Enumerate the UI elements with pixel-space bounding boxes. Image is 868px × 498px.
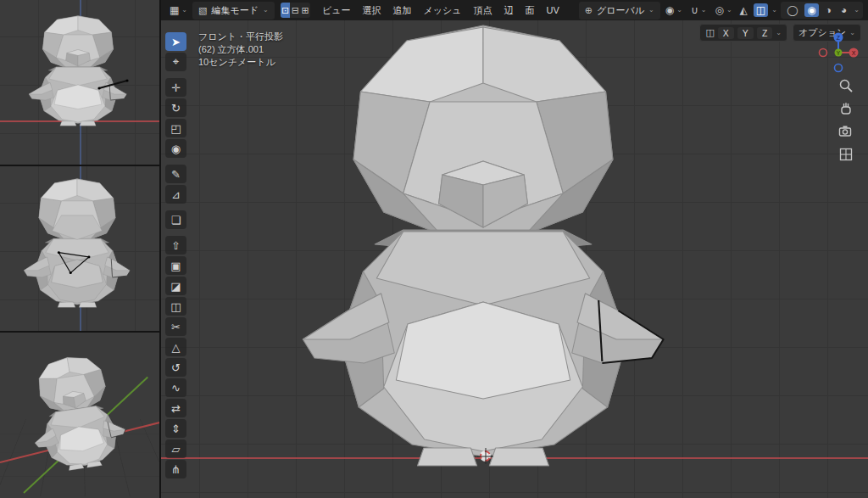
tweak-tool[interactable]: ➤ bbox=[165, 32, 186, 51]
menu-vertex[interactable]: 頂点 bbox=[467, 2, 498, 20]
viewport-front-small[interactable] bbox=[0, 0, 159, 166]
extrude-region-tool[interactable]: ⇧ bbox=[165, 236, 186, 255]
mirror-z-button[interactable]: Z bbox=[757, 27, 772, 39]
spin-tool[interactable]: ↺ bbox=[165, 358, 186, 377]
3d-cursor[interactable] bbox=[480, 450, 491, 462]
viewport-perspective-small[interactable] bbox=[0, 333, 159, 496]
chevron-down-icon[interactable]: ⌄ bbox=[776, 30, 782, 36]
editor-type-icon: ▦ bbox=[170, 5, 179, 15]
viewport-overlay-text: フロント・平行投影 (62) 立方体.001 10センチメートル bbox=[198, 31, 283, 69]
menu-mesh[interactable]: メッシュ bbox=[417, 2, 467, 20]
grid-scale-label: 10センチメートル bbox=[198, 56, 283, 69]
orientation-selector[interactable]: ⊕ グローバル ⌄ bbox=[579, 2, 660, 20]
shading-mode-group: ◯ ◉ ◑ ◕ ⌄ bbox=[781, 2, 863, 19]
add-cube-tool[interactable]: ❏ bbox=[165, 210, 186, 229]
rotate-tool[interactable]: ↻ bbox=[165, 98, 186, 117]
penguin-mesh[interactable] bbox=[22, 178, 132, 307]
knife-tool[interactable]: ✂ bbox=[165, 317, 186, 336]
xray-toggle-icon[interactable]: ◫ bbox=[754, 3, 768, 17]
main-area: ▦ ⌄ ▧ 編集モード ⌄ ⊡ ⊟ ⊞ ビュー 選択 追加 メッシュ 頂点 辺 … bbox=[161, 0, 868, 498]
mirror-axes-group: ◫ X Y Z ⌄ bbox=[699, 24, 787, 42]
edge-slide-tool[interactable]: ⇄ bbox=[165, 399, 186, 417]
pivot-point-button[interactable]: ◉ ⌄ bbox=[662, 3, 686, 17]
inset-faces-tool[interactable]: ▣ bbox=[165, 256, 186, 275]
penguin-mesh[interactable] bbox=[29, 356, 124, 468]
gizmo-x-label: X bbox=[852, 50, 856, 56]
proportional-edit-button[interactable]: ◎ ⌄ bbox=[711, 3, 735, 17]
mode-label: 編集モード bbox=[211, 4, 259, 17]
menu-edge[interactable]: 辺 bbox=[498, 2, 519, 20]
move-tool[interactable]: ✛ bbox=[165, 78, 186, 97]
wireframe-shading-icon[interactable]: ◯ bbox=[784, 3, 800, 17]
globe-icon: ⊕ bbox=[585, 6, 593, 15]
chevron-down-icon: ⌄ bbox=[726, 7, 732, 14]
blender-window: ▦ ⌄ ▧ 編集モード ⌄ ⊡ ⊟ ⊞ ビュー 選択 追加 メッシュ 頂点 辺 … bbox=[0, 0, 868, 498]
menu-face[interactable]: 面 bbox=[519, 2, 540, 20]
main-viewport[interactable]: ◫ X Y Z ⌄ オプション ⌄ フロント・平行投影 (62) 立方体.001… bbox=[161, 20, 868, 498]
chevron-down-icon: ⌄ bbox=[648, 7, 654, 14]
transform-tool[interactable]: ◉ bbox=[165, 139, 186, 158]
penguin-mesh[interactable] bbox=[27, 15, 129, 126]
camera-view-icon[interactable] bbox=[838, 124, 854, 139]
view-name-label: フロント・平行投影 bbox=[198, 31, 283, 43]
face-select-button[interactable]: ⊞ bbox=[300, 3, 310, 18]
chevron-down-icon: ⌄ bbox=[701, 7, 707, 14]
penguin-mesh[interactable] bbox=[297, 24, 670, 465]
pan-hand-icon[interactable] bbox=[838, 101, 854, 116]
solid-shading-icon[interactable]: ◉ bbox=[804, 3, 818, 17]
loop-cut-tool[interactable]: ◫ bbox=[165, 297, 186, 316]
gizmo-y-label: Y bbox=[837, 50, 841, 56]
edge-select-button[interactable]: ⊟ bbox=[290, 3, 300, 18]
perspective-toggle-icon[interactable] bbox=[838, 147, 854, 162]
chevron-down-icon[interactable]: ⌄ bbox=[771, 7, 777, 14]
shear-tool[interactable]: ▱ bbox=[165, 439, 186, 458]
menu-select[interactable]: 選択 bbox=[356, 2, 387, 20]
vertex-select-button[interactable]: ⊡ bbox=[281, 3, 291, 18]
scale-tool[interactable]: ◰ bbox=[165, 119, 186, 137]
menu-bar: ビュー 選択 追加 メッシュ 頂点 辺 面 UV bbox=[316, 2, 565, 20]
mirror-icon: ◫ bbox=[705, 27, 714, 38]
smooth-tool[interactable]: ∿ bbox=[165, 378, 186, 397]
orientation-label: グローバル bbox=[597, 4, 644, 17]
edit-mode-icon: ▧ bbox=[198, 6, 207, 15]
editor-type-button[interactable]: ▦ ⌄ bbox=[166, 3, 191, 17]
mode-selector[interactable]: ▧ 編集モード ⌄ bbox=[192, 2, 275, 20]
rip-region-tool[interactable]: ⋔ bbox=[165, 460, 186, 478]
mirror-y-button[interactable]: Y bbox=[737, 27, 754, 39]
magnet-icon: ∪ bbox=[691, 5, 698, 15]
left-viewport-column bbox=[0, 0, 161, 498]
proportional-icon: ◎ bbox=[715, 5, 723, 15]
chevron-down-icon: ⌄ bbox=[181, 7, 187, 14]
menu-view[interactable]: ビュー bbox=[316, 2, 357, 20]
menu-add[interactable]: 追加 bbox=[387, 2, 417, 20]
annotate-tool[interactable]: ✎ bbox=[165, 165, 186, 183]
navigation-gizmo[interactable]: Z X Y bbox=[817, 31, 860, 73]
active-object-label: (62) 立方体.001 bbox=[198, 43, 283, 56]
measure-tool[interactable]: ⊿ bbox=[165, 185, 186, 204]
bevel-tool[interactable]: ◪ bbox=[165, 277, 186, 295]
select-mode-group: ⊡ ⊟ ⊞ bbox=[281, 3, 310, 18]
chevron-down-icon: ⌄ bbox=[263, 7, 269, 14]
zoom-icon[interactable] bbox=[838, 78, 854, 93]
rendered-shading-icon[interactable]: ◕ bbox=[838, 3, 849, 17]
visibility-toggle-icon[interactable]: ◭ bbox=[737, 3, 750, 17]
gizmo-z-label: Z bbox=[837, 35, 841, 41]
poly-build-tool[interactable]: △ bbox=[165, 338, 186, 356]
cursor-tool[interactable]: ⌖ bbox=[165, 53, 186, 71]
pivot-icon: ◉ bbox=[665, 5, 674, 15]
selected-edge-overlay bbox=[98, 78, 131, 93]
header-right-cluster: ◭ ◫ ⌄ ◯ ◉ ◑ ◕ ⌄ bbox=[737, 2, 863, 19]
material-shading-icon[interactable]: ◑ bbox=[823, 3, 834, 17]
snap-button[interactable]: ∪ ⌄ bbox=[687, 3, 710, 17]
viewport-nav-icons bbox=[838, 78, 854, 162]
viewport-back-small[interactable] bbox=[0, 166, 159, 333]
toolbar: ➤ ⌖ ✛ ↻ ◰ ◉ ✎ ⊿ ❏ ⇧ ▣ ◪ ◫ ✂ △ ↺ ∿ ⇄ ⇕ ▱ bbox=[165, 32, 186, 478]
mirror-x-button[interactable]: X bbox=[718, 27, 734, 39]
menu-uv[interactable]: UV bbox=[540, 3, 565, 18]
shrink-fatten-tool[interactable]: ⇕ bbox=[165, 419, 186, 438]
viewport-header: ▦ ⌄ ▧ 編集モード ⌄ ⊡ ⊟ ⊞ ビュー 選択 追加 メッシュ 頂点 辺 … bbox=[161, 0, 868, 20]
chevron-down-icon[interactable]: ⌄ bbox=[854, 7, 860, 14]
chevron-down-icon: ⌄ bbox=[676, 7, 682, 14]
